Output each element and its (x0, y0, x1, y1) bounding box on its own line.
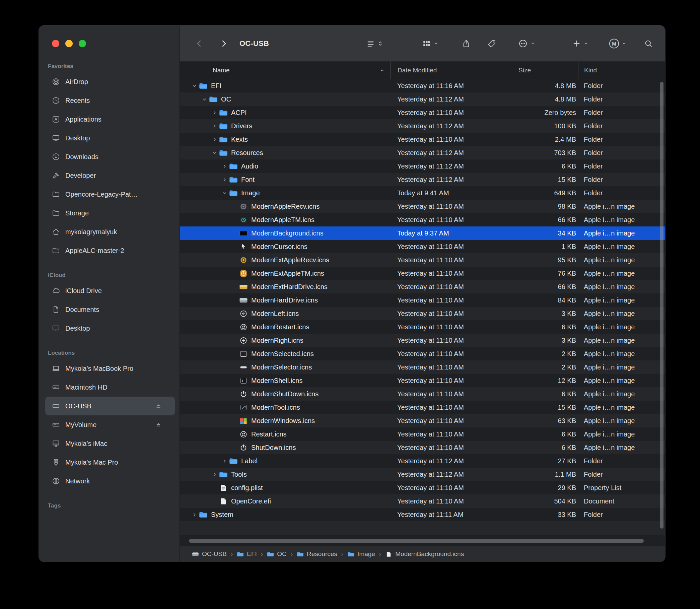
file-row-modernappletm-icns[interactable]: ModernAppleTM.icns Yesterday at 11:10 AM… (180, 213, 665, 226)
add-button[interactable] (572, 39, 589, 48)
file-row-modernharddrive-icns[interactable]: ModernHardDrive.icns Yesterday at 11:10 … (180, 293, 665, 307)
path-item-efi[interactable]: EFI (237, 551, 257, 558)
eject-icon[interactable] (155, 402, 162, 410)
tags-button[interactable] (488, 39, 496, 48)
document-icon (385, 551, 392, 557)
file-row-moderncursor-icns[interactable]: ModernCursor.icns Yesterday at 11:10 AM … (180, 240, 665, 253)
file-row-modernextapplerecv-icns[interactable]: ModernExtAppleRecv.icns Yesterday at 11:… (180, 253, 665, 267)
file-date: Yesterday at 11:12 AM (390, 95, 513, 103)
sidebar-item-oc-usb[interactable]: OC-USB (45, 397, 175, 415)
disclosure-right-icon[interactable] (212, 124, 217, 129)
sidebar-item-macintosh-hd[interactable]: Macintosh HD (45, 378, 175, 397)
eject-icon[interactable] (155, 421, 162, 429)
search-button[interactable] (644, 39, 653, 48)
sidebar-item-documents[interactable]: Documents (45, 300, 175, 319)
file-row-modernextharddrive-icns[interactable]: ModernExtHardDrive.icns Yesterday at 11:… (180, 280, 665, 293)
sidebar-item-mykola-s-macbook-pro[interactable]: Mykola’s MacBook Pro (45, 359, 175, 378)
disclosure-right-icon[interactable] (222, 458, 227, 464)
file-row-modernright-icns[interactable]: ModernRight.icns Yesterday at 11:10 AM 3… (180, 334, 665, 347)
file-row-modernapplerecv-icns[interactable]: ModernAppleRecv.icns Yesterday at 11:10 … (180, 199, 665, 213)
sidebar-item-network[interactable]: Network (45, 472, 175, 490)
sidebar-item-mykola-s-mac-pro[interactable]: Mykola’s Mac Pro (45, 453, 175, 472)
back-button[interactable] (195, 39, 204, 48)
file-row-resources[interactable]: Resources Yesterday at 11:12 AM 703 KB F… (180, 146, 665, 159)
document-outline-icon (52, 306, 60, 314)
file-row-kexts[interactable]: Kexts Yesterday at 11:10 AM 2.4 MB Folde… (180, 133, 665, 146)
file-row-font[interactable]: Font Yesterday at 11:12 AM 15 KB Folder (180, 173, 665, 186)
file-date: Yesterday at 11:12 AM (390, 457, 513, 465)
minimize-button[interactable] (65, 40, 73, 47)
file-row-modernshutdown-icns[interactable]: ModernShutDown.icns Yesterday at 11:10 A… (180, 387, 665, 401)
more-actions-button[interactable] (519, 39, 535, 48)
sidebar-item-desktop[interactable]: Desktop (45, 319, 175, 338)
file-row-config-plist[interactable]: config.plist Yesterday at 11:10 AM 29 KB… (180, 481, 665, 494)
group-button[interactable] (422, 39, 439, 48)
sidebar-sections: Favorites AirDrop Recents Applications D… (39, 25, 179, 512)
share-icon (462, 39, 471, 48)
file-row-acpi[interactable]: ACPI Yesterday at 11:10 AM Zero bytes Fo… (180, 106, 665, 119)
disclosure-down-icon[interactable] (212, 151, 217, 155)
file-row-modernselected-icns[interactable]: ModernSelected.icns Yesterday at 11:10 A… (180, 347, 665, 361)
account-button[interactable]: M (609, 38, 627, 48)
file-row-modernshell-icns[interactable]: ModernShell.icns Yesterday at 11:10 AM 1… (180, 374, 665, 387)
path-item-resources[interactable]: Resources (297, 551, 337, 558)
view-options-button[interactable] (366, 39, 383, 48)
sidebar-item-applealc-master-2[interactable]: AppleALC-master-2 (45, 241, 175, 260)
file-row-modernwindows-icns[interactable]: ModernWindows.icns Yesterday at 11:10 AM… (180, 414, 665, 428)
sidebar-item-developer[interactable]: Developer (45, 166, 175, 185)
file-name-cell: ModernShell.icns (180, 377, 390, 385)
horizontal-scrollbar[interactable] (189, 539, 644, 543)
folder-icon (219, 471, 228, 478)
file-row-efi[interactable]: EFI Yesterday at 11:16 AM 4.8 MB Folder (180, 79, 665, 92)
share-button[interactable] (462, 39, 471, 48)
column-header-kind[interactable]: Kind (578, 62, 665, 79)
file-row-modernleft-icns[interactable]: ModernLeft.icns Yesterday at 11:10 AM 3 … (180, 307, 665, 320)
file-row-system[interactable]: System Yesterday at 11:11 AM 33 KB Folde… (180, 508, 665, 521)
sidebar-item-opencore-legacy-pat[interactable]: Opencore-Legacy-Pat… (45, 185, 175, 204)
path-item-image[interactable]: Image (347, 551, 375, 558)
path-item-oc[interactable]: OC (267, 551, 287, 558)
disclosure-down-icon[interactable] (222, 191, 227, 196)
file-row-label[interactable]: Label Yesterday at 11:12 AM 27 KB Folder (180, 454, 665, 468)
file-row-restart-icns[interactable]: Restart.icns Yesterday at 11:10 AM 6 KB … (180, 428, 665, 441)
path-item-modernbackground-icns[interactable]: ModernBackground.icns (385, 551, 464, 558)
path-item-oc-usb[interactable]: OC-USB (192, 551, 227, 558)
sidebar-item-mykola-s-imac[interactable]: Mykola’s iMac (45, 434, 175, 453)
close-button[interactable] (52, 40, 59, 47)
disclosure-down-icon[interactable] (192, 83, 197, 88)
sidebar-item-storage[interactable]: Storage (45, 204, 175, 223)
disclosure-right-icon[interactable] (222, 164, 227, 169)
disclosure-right-icon[interactable] (192, 512, 197, 517)
file-row-image[interactable]: Image Today at 9:41 AM 649 KB Folder (180, 186, 665, 199)
sidebar-item-myvolume[interactable]: MyVolume (45, 415, 175, 434)
file-row-shutdown-icns[interactable]: ShutDown.icns Yesterday at 11:10 AM 6 KB… (180, 441, 665, 454)
column-header-name[interactable]: Name (180, 62, 390, 79)
column-header-size[interactable]: Size (513, 62, 578, 79)
sidebar-item-mykolagrymalyuk[interactable]: mykolagrymalyuk (45, 223, 175, 241)
sidebar-item-downloads[interactable]: Downloads (45, 147, 175, 166)
forward-button[interactable] (220, 39, 228, 48)
file-row-tools[interactable]: Tools Yesterday at 11:12 AM 1.1 MB Folde… (180, 468, 665, 481)
file-row-modernrestart-icns[interactable]: ModernRestart.icns Yesterday at 11:10 AM… (180, 320, 665, 334)
disclosure-down-icon[interactable] (202, 97, 207, 102)
sidebar-item-applications[interactable]: Applications (45, 110, 175, 129)
file-row-modernbackground-icns[interactable]: ModernBackground.icns Today at 9:37 AM 3… (180, 226, 665, 240)
sidebar-item-airdrop[interactable]: AirDrop (45, 72, 175, 91)
file-row-drivers[interactable]: Drivers Yesterday at 11:12 AM 100 KB Fol… (180, 119, 665, 133)
disclosure-right-icon[interactable] (222, 177, 227, 182)
sidebar-item-icloud-drive[interactable]: iCloud Drive (45, 281, 175, 300)
file-row-audio[interactable]: Audio Yesterday at 11:12 AM 6 KB Folder (180, 159, 665, 173)
zoom-button[interactable] (79, 40, 86, 47)
column-header-date[interactable]: Date Modified (390, 62, 513, 79)
sidebar-item-recents[interactable]: Recents (45, 91, 175, 110)
file-row-oc[interactable]: OC Yesterday at 11:12 AM 4.8 MB Folder (180, 92, 665, 106)
file-row-opencore-efi[interactable]: OpenCore.efi Yesterday at 11:10 AM 504 K… (180, 494, 665, 508)
file-row-moderntool-icns[interactable]: ModernTool.icns Yesterday at 11:10 AM 15… (180, 401, 665, 414)
file-row-modernselector-icns[interactable]: ModernSelector.icns Yesterday at 11:10 A… (180, 361, 665, 374)
disclosure-right-icon[interactable] (212, 472, 217, 477)
file-row-modernextappletm-icns[interactable]: ModernExtAppleTM.icns Yesterday at 11:10… (180, 267, 665, 280)
sidebar-item-desktop[interactable]: Desktop (45, 129, 175, 147)
disclosure-right-icon[interactable] (212, 110, 217, 115)
vertical-scrollbar[interactable] (660, 82, 664, 528)
disclosure-right-icon[interactable] (212, 137, 217, 142)
